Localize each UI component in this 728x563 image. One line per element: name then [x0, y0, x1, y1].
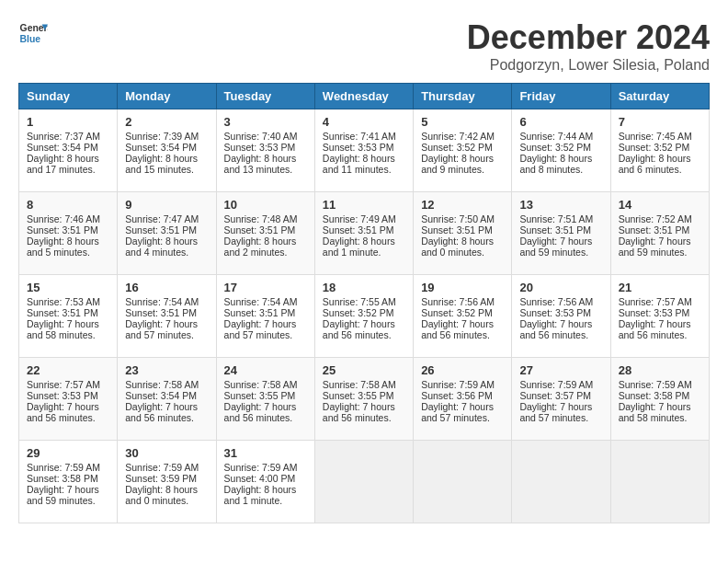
- sunset-text: Sunset: 3:54 PM: [125, 142, 197, 153]
- day-number: 16: [125, 281, 208, 294]
- day-number: 26: [421, 363, 504, 377]
- daylight-text: Daylight: 8 hours and 11 minutes.: [323, 153, 395, 175]
- header-thursday: Thursday: [414, 84, 512, 109]
- calendar-table: Sunday Monday Tuesday Wednesday Thursday…: [18, 83, 710, 523]
- header: General Blue December 2024 Podgorzyn, Lo…: [18, 18, 710, 74]
- day-number: 24: [224, 363, 307, 377]
- day-number: 30: [125, 446, 208, 460]
- calendar-cell: 24Sunrise: 7:58 AMSunset: 3:55 PMDayligh…: [216, 358, 314, 441]
- sunrise-text: Sunrise: 7:51 AM: [519, 213, 593, 224]
- daylight-text: Daylight: 8 hours and 6 minutes.: [619, 153, 691, 175]
- sunrise-text: Sunrise: 7:42 AM: [421, 131, 495, 142]
- sunrise-text: Sunrise: 7:41 AM: [323, 131, 396, 142]
- sunset-text: Sunset: 3:55 PM: [323, 390, 394, 401]
- sunrise-text: Sunrise: 7:37 AM: [27, 131, 100, 142]
- header-wednesday: Wednesday: [314, 84, 413, 109]
- sunset-text: Sunset: 3:58 PM: [619, 390, 690, 401]
- sunset-text: Sunset: 3:51 PM: [125, 224, 197, 236]
- sunrise-text: Sunrise: 7:50 AM: [421, 213, 495, 224]
- daylight-text: Daylight: 8 hours and 15 minutes.: [125, 153, 198, 175]
- svg-text:Blue: Blue: [20, 34, 41, 44]
- day-number: 4: [323, 115, 405, 129]
- sunrise-text: Sunrise: 7:59 AM: [519, 379, 593, 390]
- sunset-text: Sunset: 3:51 PM: [125, 307, 197, 318]
- sunset-text: Sunset: 3:51 PM: [27, 224, 98, 236]
- sunrise-text: Sunrise: 7:45 AM: [619, 131, 692, 142]
- calendar-cell: 19Sunrise: 7:56 AMSunset: 3:52 PMDayligh…: [414, 275, 512, 358]
- sunrise-text: Sunrise: 7:39 AM: [125, 131, 199, 142]
- calendar-cell: 25Sunrise: 7:58 AMSunset: 3:55 PMDayligh…: [314, 358, 413, 441]
- title-block: December 2024 Podgorzyn, Lower Silesia, …: [467, 18, 710, 74]
- daylight-text: Daylight: 8 hours and 9 minutes.: [421, 153, 494, 175]
- calendar-cell: 14Sunrise: 7:52 AMSunset: 3:51 PMDayligh…: [610, 192, 709, 275]
- calendar-cell: [314, 441, 413, 523]
- calendar-cell: 8Sunrise: 7:46 AMSunset: 3:51 PMDaylight…: [19, 192, 118, 275]
- calendar-week-row: 15Sunrise: 7:53 AMSunset: 3:51 PMDayligh…: [19, 275, 710, 358]
- daylight-text: Daylight: 7 hours and 58 minutes.: [619, 401, 691, 423]
- sunset-text: Sunset: 3:52 PM: [519, 142, 591, 153]
- month-title: December 2024: [467, 18, 710, 57]
- sunrise-text: Sunrise: 7:57 AM: [27, 379, 100, 390]
- day-number: 17: [224, 281, 307, 294]
- header-sunday: Sunday: [19, 84, 118, 109]
- daylight-text: Daylight: 8 hours and 4 minutes.: [125, 236, 198, 258]
- day-number: 7: [619, 115, 701, 129]
- calendar-cell: 28Sunrise: 7:59 AMSunset: 3:58 PMDayligh…: [610, 358, 709, 441]
- sunset-text: Sunset: 3:52 PM: [323, 307, 394, 318]
- calendar-week-row: 22Sunrise: 7:57 AMSunset: 3:53 PMDayligh…: [19, 358, 710, 441]
- daylight-text: Daylight: 7 hours and 56 minutes.: [519, 318, 592, 340]
- sunrise-text: Sunrise: 7:59 AM: [125, 462, 199, 473]
- calendar-cell: 6Sunrise: 7:44 AMSunset: 3:52 PMDaylight…: [512, 109, 610, 192]
- daylight-text: Daylight: 8 hours and 8 minutes.: [519, 153, 592, 175]
- daylight-text: Daylight: 8 hours and 2 minutes.: [224, 236, 297, 258]
- calendar-cell: 23Sunrise: 7:58 AMSunset: 3:54 PMDayligh…: [118, 358, 216, 441]
- sunset-text: Sunset: 3:51 PM: [323, 224, 394, 236]
- daylight-text: Daylight: 8 hours and 0 minutes.: [125, 484, 198, 506]
- daylight-text: Daylight: 8 hours and 5 minutes.: [27, 236, 99, 258]
- logo: General Blue: [18, 18, 48, 48]
- calendar-cell: 4Sunrise: 7:41 AMSunset: 3:53 PMDaylight…: [314, 109, 413, 192]
- sunrise-text: Sunrise: 7:44 AM: [519, 131, 593, 142]
- day-number: 20: [519, 281, 602, 294]
- daylight-text: Daylight: 7 hours and 56 minutes.: [125, 401, 198, 423]
- sunrise-text: Sunrise: 7:56 AM: [519, 296, 593, 307]
- day-number: 14: [619, 198, 701, 212]
- daylight-text: Daylight: 7 hours and 59 minutes.: [619, 236, 691, 258]
- daylight-text: Daylight: 7 hours and 57 minutes.: [125, 318, 198, 340]
- day-number: 23: [125, 363, 208, 377]
- sunrise-text: Sunrise: 7:59 AM: [421, 379, 495, 390]
- day-number: 9: [125, 198, 208, 212]
- header-tuesday: Tuesday: [216, 84, 314, 109]
- header-friday: Friday: [512, 84, 610, 109]
- calendar-week-row: 8Sunrise: 7:46 AMSunset: 3:51 PMDaylight…: [19, 192, 710, 275]
- sunrise-text: Sunrise: 7:53 AM: [27, 296, 100, 307]
- sunset-text: Sunset: 3:54 PM: [125, 390, 197, 401]
- sunset-text: Sunset: 4:00 PM: [224, 473, 296, 484]
- sunrise-text: Sunrise: 7:54 AM: [224, 296, 298, 307]
- sunrise-text: Sunrise: 7:55 AM: [323, 296, 396, 307]
- daylight-text: Daylight: 8 hours and 17 minutes.: [27, 153, 99, 175]
- calendar-cell: 16Sunrise: 7:54 AMSunset: 3:51 PMDayligh…: [118, 275, 216, 358]
- day-number: 31: [224, 446, 307, 460]
- calendar-cell: 17Sunrise: 7:54 AMSunset: 3:51 PMDayligh…: [216, 275, 314, 358]
- day-number: 1: [27, 115, 109, 129]
- calendar-cell: 20Sunrise: 7:56 AMSunset: 3:53 PMDayligh…: [512, 275, 610, 358]
- sunset-text: Sunset: 3:55 PM: [224, 390, 296, 401]
- day-number: 6: [519, 115, 602, 129]
- sunset-text: Sunset: 3:59 PM: [125, 473, 197, 484]
- logo-icon: General Blue: [18, 18, 48, 48]
- day-number: 5: [421, 115, 504, 129]
- location-title: Podgorzyn, Lower Silesia, Poland: [467, 57, 710, 74]
- sunrise-text: Sunrise: 7:47 AM: [125, 213, 199, 224]
- daylight-text: Daylight: 7 hours and 56 minutes.: [619, 318, 691, 340]
- sunset-text: Sunset: 3:54 PM: [27, 142, 98, 153]
- weekday-header-row: Sunday Monday Tuesday Wednesday Thursday…: [19, 84, 710, 109]
- calendar-cell: 30Sunrise: 7:59 AMSunset: 3:59 PMDayligh…: [118, 441, 216, 523]
- daylight-text: Daylight: 7 hours and 57 minutes.: [224, 318, 297, 340]
- calendar-cell: 9Sunrise: 7:47 AMSunset: 3:51 PMDaylight…: [118, 192, 216, 275]
- calendar-cell: 26Sunrise: 7:59 AMSunset: 3:56 PMDayligh…: [414, 358, 512, 441]
- sunset-text: Sunset: 3:52 PM: [619, 142, 690, 153]
- sunset-text: Sunset: 3:51 PM: [27, 307, 98, 318]
- calendar-cell: 5Sunrise: 7:42 AMSunset: 3:52 PMDaylight…: [414, 109, 512, 192]
- day-number: 27: [519, 363, 602, 377]
